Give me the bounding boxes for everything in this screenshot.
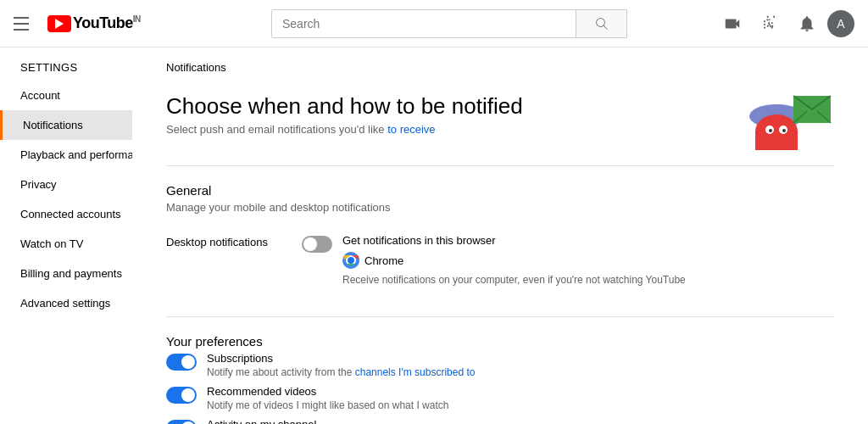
desktop-notifications-label: Desktop notifications — [166, 234, 302, 248]
chrome-row: Chrome — [342, 252, 686, 269]
avatar[interactable]: A — [827, 10, 854, 37]
settings-section-title: SETTINGS — [0, 54, 132, 81]
activity-item: Activity on my channel Notify me about c… — [166, 418, 834, 424]
subscriptions-slider — [166, 354, 197, 371]
apps-button[interactable] — [753, 7, 787, 41]
page-title: Choose when and how to be notified — [166, 93, 523, 120]
svg-rect-2 — [755, 131, 798, 150]
desktop-notifications-row: Desktop notifications Get notifications … — [166, 227, 834, 299]
recommended-toggle[interactable] — [166, 387, 197, 404]
activity-title: Activity on my channel — [207, 418, 520, 424]
general-section: General Manage your mobile and desktop n… — [166, 166, 834, 317]
svg-point-6 — [782, 129, 786, 132]
recommended-desc: Notify me of videos I might like based o… — [207, 399, 448, 411]
video-camera-icon — [723, 14, 742, 33]
sidebar: SETTINGS Account Notifications Playback … — [0, 47, 132, 424]
sidebar-item-notifications[interactable]: Notifications — [0, 110, 132, 140]
bell-icon — [798, 14, 816, 33]
subscriptions-text: Subscriptions Notify me about activity f… — [207, 352, 475, 378]
chrome-icon — [342, 252, 359, 269]
breadcrumb: Notifications — [166, 47, 834, 81]
content-area: Notifications Choose when and how to be … — [132, 47, 868, 424]
sidebar-item-privacy[interactable]: Privacy — [0, 170, 132, 199]
notifications-button[interactable] — [790, 7, 824, 41]
browser-control-desc: Receive notifications on your computer, … — [342, 274, 686, 286]
hero-section: Choose when and how to be notified Selec… — [166, 81, 834, 166]
recommended-item: Recommended videos Notify me of videos I… — [166, 385, 834, 411]
sidebar-item-playback[interactable]: Playback and performance — [0, 140, 132, 170]
recommended-text: Recommended videos Notify me of videos I… — [207, 385, 448, 411]
search-button[interactable] — [576, 10, 626, 37]
apps-icon — [760, 14, 779, 33]
recommended-slider — [166, 387, 197, 404]
sidebar-item-billing[interactable]: Billing and payments — [0, 259, 132, 288]
activity-toggle[interactable] — [166, 420, 197, 424]
activity-text: Activity on my channel Notify me about c… — [207, 418, 520, 424]
main-layout: SETTINGS Account Notifications Playback … — [0, 47, 868, 424]
general-title: General — [166, 183, 834, 198]
hero-text: Choose when and how to be notified Selec… — [166, 93, 523, 136]
subscriptions-title: Subscriptions — [207, 352, 475, 365]
upload-button[interactable] — [715, 7, 749, 41]
desktop-controls: Get notifications in this browser — [302, 234, 834, 293]
topbar-right: A — [715, 7, 854, 41]
topbar-center — [183, 9, 715, 38]
youtube-icon — [47, 15, 71, 32]
subscriptions-item: Subscriptions Notify me about activity f… — [166, 352, 834, 378]
browser-toggle[interactable] — [302, 236, 332, 253]
svg-point-10 — [348, 257, 354, 264]
hero-illustration — [732, 81, 834, 148]
activity-slider — [166, 420, 197, 424]
chrome-label: Chrome — [364, 254, 403, 267]
country-badge: IN — [133, 14, 141, 24]
sidebar-item-watch-tv[interactable]: Watch on TV — [0, 229, 132, 259]
svg-point-5 — [769, 129, 772, 132]
sidebar-item-account[interactable]: Account — [0, 81, 132, 110]
page-subtitle: Select push and email notifications you'… — [166, 123, 523, 136]
browser-toggle-item: Get notifications in this browser — [302, 234, 834, 286]
notification-illustration — [732, 81, 834, 157]
browser-toggle-title: Get notifications in this browser — [342, 234, 686, 247]
youtube-logo[interactable]: YouTubeIN — [47, 14, 141, 32]
preferences-title: Your preferences — [166, 334, 834, 349]
general-subtitle: Manage your mobile and desktop notificat… — [166, 201, 834, 214]
subscriptions-link[interactable]: channels I'm subscribed to — [355, 366, 476, 378]
subscriptions-desc: Notify me about activity from the channe… — [207, 366, 475, 378]
search-input[interactable] — [272, 10, 576, 37]
recommended-title: Recommended videos — [207, 385, 448, 398]
sidebar-item-advanced[interactable]: Advanced settings — [0, 288, 132, 318]
subtitle-link[interactable]: to receive — [387, 123, 435, 136]
topbar: YouTubeIN A — [0, 0, 868, 47]
sidebar-item-connected[interactable]: Connected accounts — [0, 199, 132, 229]
subscriptions-toggle[interactable] — [166, 354, 197, 371]
search-bar — [271, 9, 627, 38]
youtube-text: YouTubeIN — [73, 14, 141, 32]
search-icon — [594, 16, 609, 31]
preferences-section: Your preferences Subscriptions Notify me… — [166, 317, 834, 424]
topbar-left: YouTubeIN — [14, 14, 183, 34]
browser-toggle-slider — [302, 236, 332, 253]
browser-control-text: Get notifications in this browser — [342, 234, 686, 286]
menu-button[interactable] — [14, 14, 34, 34]
